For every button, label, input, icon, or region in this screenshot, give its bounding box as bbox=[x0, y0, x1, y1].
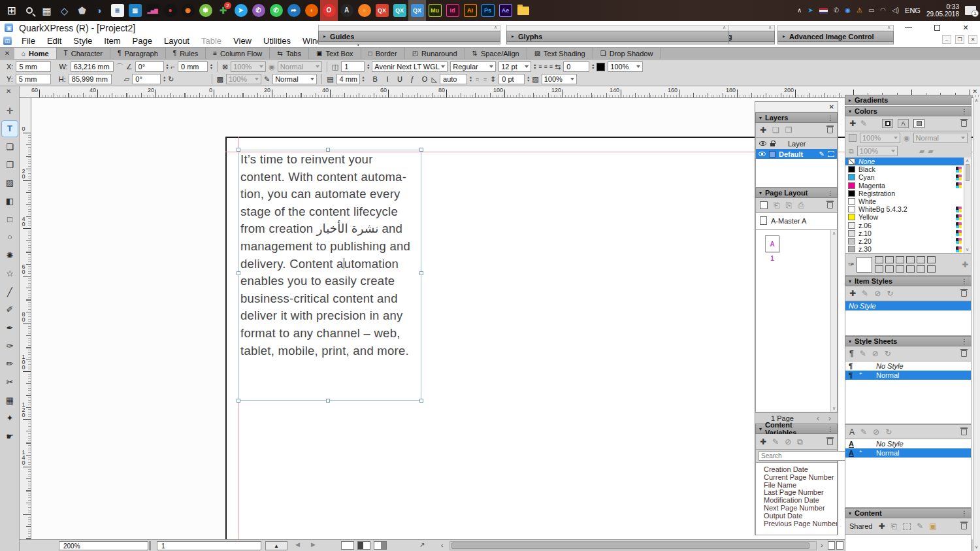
taskbar-autocad-icon[interactable]: A bbox=[338, 0, 355, 21]
visibility-icon[interactable] bbox=[759, 141, 766, 146]
style-row-no-style[interactable]: A No Style bbox=[845, 439, 971, 448]
tracking-field[interactable]: 0 bbox=[563, 61, 589, 72]
layer-visibility-icon[interactable] bbox=[759, 152, 766, 156]
edit-paragraph-style-button[interactable]: ✎ bbox=[860, 349, 866, 358]
layer-edit-icon[interactable]: ✎ bbox=[819, 150, 825, 158]
oval-tool[interactable]: ○ bbox=[2, 229, 18, 245]
tray-network-icon[interactable]: ◠ bbox=[880, 7, 886, 14]
ribbon-tab-rules[interactable]: ¶Rules bbox=[166, 48, 206, 59]
view-single-icon[interactable] bbox=[341, 541, 354, 550]
taskbar-mixed-reality-icon[interactable]: ⬟ bbox=[73, 0, 91, 21]
selection-handle[interactable] bbox=[326, 399, 330, 403]
scroll-down-icon[interactable]: ∨ bbox=[966, 247, 969, 252]
minimize-button[interactable] bbox=[894, 21, 923, 35]
page-thumbnails-area[interactable]: A 1 ∧∨ bbox=[755, 230, 838, 412]
current-color-swatch[interactable] bbox=[857, 257, 872, 273]
layers-palette-header[interactable]: ▾Layers⋮ bbox=[755, 112, 838, 123]
vertical-ruler[interactable]: 02 04 06 08 01 0 01 2 01 4 0 bbox=[20, 98, 31, 539]
taskbar-viber-icon[interactable]: ✆ bbox=[250, 0, 267, 21]
mini-swatch[interactable] bbox=[875, 265, 883, 273]
tray-warning-icon[interactable]: ⚠ bbox=[857, 7, 862, 14]
horizontal-scrollbar[interactable] bbox=[449, 541, 817, 550]
style-row-normal[interactable]: A+Normal bbox=[845, 448, 971, 458]
color-row-z-10[interactable]: z.10 bbox=[845, 229, 971, 237]
action-center-icon[interactable]: 1 bbox=[965, 6, 976, 15]
pen-tool[interactable]: ✒ bbox=[2, 320, 18, 335]
blank-page-button[interactable] bbox=[760, 201, 768, 209]
export-icon[interactable]: ↗ bbox=[419, 541, 425, 550]
mini-swatch[interactable] bbox=[896, 256, 904, 263]
field-splitter[interactable] bbox=[149, 541, 151, 550]
color-row-z-20[interactable]: z.20 bbox=[845, 237, 971, 245]
baseline-spinner[interactable]: ▴▾ bbox=[470, 76, 472, 82]
eyedropper-tool[interactable]: ✦ bbox=[2, 410, 18, 426]
style-row-no-style[interactable]: ¶ No Style bbox=[845, 361, 971, 371]
refresh-item-style-button[interactable]: ↻ bbox=[887, 289, 893, 298]
item-tool[interactable]: ✛ bbox=[2, 103, 18, 118]
taskbar-3d-viewer-icon[interactable]: ◇ bbox=[56, 0, 73, 21]
gradients-palette-header[interactable]: ▸Gradients bbox=[845, 95, 972, 105]
tray-volume-icon[interactable]: ◁) bbox=[892, 7, 899, 14]
horizontal-ruler[interactable]: ✕ 604020020406080100120140160180200 bbox=[20, 86, 980, 98]
ribbon-tab-column-flow[interactable]: ≡Column Flow bbox=[206, 48, 270, 59]
text-linking-tool[interactable]: ❏ bbox=[2, 139, 18, 154]
add-variable-button[interactable]: ✚ bbox=[760, 437, 766, 446]
edit-content-button[interactable]: ✎ bbox=[917, 522, 923, 531]
color-opacity2-combo[interactable]: 100% bbox=[857, 146, 898, 156]
delete-paragraph-style-button[interactable] bbox=[961, 350, 967, 357]
language-indicator[interactable]: ENG bbox=[905, 7, 921, 14]
ribbon-tab-text-shading[interactable]: ▨Text Shading bbox=[527, 48, 593, 59]
delete-variable-button[interactable] bbox=[827, 439, 833, 445]
color-row-z-06[interactable]: z.06 bbox=[845, 222, 971, 229]
taskbar-search-icon[interactable] bbox=[20, 0, 38, 21]
page-layout-palette-header[interactable]: ▾Page Layout⋮ bbox=[755, 188, 838, 198]
edit-item-style-button[interactable]: ✎ bbox=[862, 289, 868, 298]
skew-spinner[interactable]: ▴▾ bbox=[163, 76, 165, 82]
picture-content-button[interactable]: ▣ bbox=[929, 522, 936, 531]
mini-swatch[interactable] bbox=[906, 256, 915, 263]
font-size-spinner[interactable]: ▴▾ bbox=[534, 63, 536, 70]
taskbar-telegram-icon[interactable]: ➤ bbox=[232, 0, 250, 21]
layer-row-default[interactable]: Default ✎ bbox=[756, 149, 837, 159]
align-center-icon[interactable]: ≡ bbox=[544, 63, 547, 70]
ribbon-close-icon[interactable]: ✕ bbox=[0, 48, 14, 59]
add-paragraph-style-button[interactable]: ¶ bbox=[849, 349, 854, 358]
color-row-z-30[interactable]: z.30 bbox=[845, 245, 971, 253]
table-tool[interactable]: ▦ bbox=[2, 392, 18, 408]
baseline-shift-field[interactable]: 0 pt bbox=[498, 74, 525, 84]
flip-icon[interactable]: ↻ bbox=[168, 75, 174, 84]
page-layout-menu-icon[interactable]: ⋮ bbox=[827, 190, 834, 197]
update-item-style-button[interactable]: ⊘ bbox=[874, 289, 881, 298]
taskbar-notes-app-icon[interactable]: ◗ bbox=[91, 0, 108, 21]
color-row-whitebg-5-4-3-2[interactable]: WhiteBg 5.4.3.2 bbox=[845, 205, 971, 213]
scroll-thumb[interactable] bbox=[966, 164, 970, 181]
eyedropper-icon[interactable]: ✑ bbox=[848, 260, 854, 269]
ribbon-tab-text-box[interactable]: ▣Text Box bbox=[309, 48, 361, 59]
text-content-tool[interactable]: T bbox=[2, 121, 18, 137]
menu-style[interactable]: Style bbox=[67, 35, 98, 47]
split-view-button-1[interactable] bbox=[828, 541, 835, 550]
taskbar-equalizer-icon[interactable]: ▂▅▇ bbox=[144, 0, 161, 21]
ribbon-tab-runaround[interactable]: ◰Runaround bbox=[405, 48, 465, 59]
add-layer-button[interactable]: ✚ bbox=[760, 125, 766, 135]
taskbar-orange-ball-icon[interactable]: ● bbox=[355, 0, 373, 21]
y-field[interactable]: 5 mm bbox=[16, 74, 51, 84]
taskbar-quarkxpress-teal-icon[interactable]: QX bbox=[391, 0, 408, 21]
tray-sync-icon[interactable]: ◉ bbox=[845, 7, 851, 14]
color-row-registration[interactable]: Registration bbox=[845, 190, 971, 197]
lock-icon[interactable] bbox=[770, 143, 775, 146]
align-right-icon[interactable]: ≡ bbox=[549, 63, 552, 70]
taskbar-adobe-muse-icon[interactable]: Mu bbox=[426, 0, 444, 21]
colors-scrollbar[interactable]: ∧∨ bbox=[964, 158, 971, 253]
bezier-select-tool[interactable]: ✐ bbox=[2, 302, 18, 318]
variable-current-page-number[interactable]: Current Page Number bbox=[756, 474, 837, 482]
colors-palette-header[interactable]: ▾Colors⋮ bbox=[845, 106, 972, 116]
taskbar-opera-icon[interactable]: O bbox=[320, 0, 338, 21]
next-page-arrow[interactable]: ▶ bbox=[311, 541, 316, 550]
edit-character-style-button[interactable]: ✎ bbox=[860, 427, 867, 437]
baseline-shift-spinner[interactable]: ▴▾ bbox=[527, 76, 529, 82]
layer-select-items-icon[interactable] bbox=[828, 151, 834, 157]
ruler-close-icon[interactable]: ✕ bbox=[972, 88, 977, 95]
star-tool[interactable]: ☆ bbox=[2, 265, 18, 281]
layers-menu-icon[interactable]: ⋮ bbox=[827, 114, 834, 122]
